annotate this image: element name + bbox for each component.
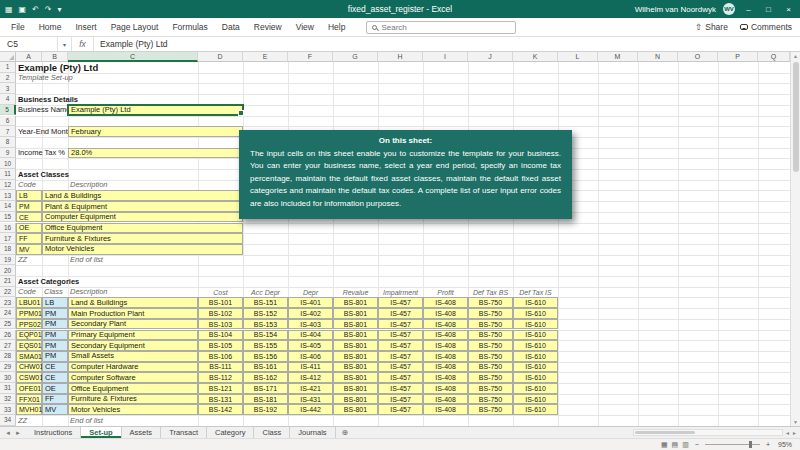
asset-category-cell[interactable]: Main Production Plant [68,308,198,319]
sheet-tab-set-up[interactable]: Set-up [81,427,121,438]
asset-category-cell[interactable]: CSW01 [16,372,42,383]
row-header-11[interactable]: 11 [0,169,16,180]
asset-category-cell[interactable]: LBU01 [16,297,42,308]
column-header-N[interactable]: N [638,52,678,62]
column-header-B[interactable]: B [42,52,68,62]
asset-category-cell[interactable]: PM [42,308,68,319]
asset-category-cell[interactable]: IS-408 [423,319,468,330]
scroll-right-icon[interactable]: ► [792,430,797,436]
column-label[interactable]: Def Tax BS [468,287,513,298]
column-label[interactable]: Code [16,287,42,298]
asset-category-cell[interactable]: BS-801 [333,319,378,330]
asset-category-cell[interactable]: BS-156 [243,351,288,362]
column-header-P[interactable]: P [718,52,758,62]
column-header-A[interactable]: A [16,52,42,62]
asset-category-cell[interactable]: LB [42,297,68,308]
asset-category-cell[interactable]: PPS02 [16,319,42,330]
asset-class-description-cell[interactable]: Motor Vehicles [42,244,243,255]
ribbon-tab-home[interactable]: Home [32,18,69,37]
row-header-18[interactable]: 18 [0,244,16,255]
column-header-L[interactable]: L [558,52,598,62]
asset-category-cell[interactable]: IS-457 [378,362,423,373]
ribbon-tab-view[interactable]: View [289,18,321,37]
asset-category-cell[interactable]: BS-750 [468,404,513,415]
row-header-20[interactable]: 20 [0,265,16,276]
asset-category-cell[interactable]: Primary Equipment [68,330,198,341]
asset-category-cell[interactable]: BS-801 [333,297,378,308]
asset-category-cell[interactable]: PM [42,340,68,351]
asset-category-cell[interactable]: IS-610 [513,330,558,341]
asset-category-cell[interactable]: BS-750 [468,351,513,362]
row-header-31[interactable]: 31 [0,383,16,394]
column-label[interactable]: Cost [198,287,243,298]
asset-category-cell[interactable]: BS-106 [198,351,243,362]
zoom-in-icon[interactable]: + [766,441,770,448]
column-header-J[interactable]: J [468,52,513,62]
asset-category-cell[interactable]: Secondary Plant [68,319,198,330]
asset-category-cell[interactable]: IS-408 [423,308,468,319]
row-header-24[interactable]: 24 [0,308,16,319]
asset-category-cell[interactable]: PM [42,330,68,341]
ribbon-tab-review[interactable]: Review [247,18,289,37]
next-sheet-icon[interactable]: ► [15,430,21,436]
field-input-cell[interactable]: February [68,126,243,137]
row-header-6[interactable]: 6 [0,116,16,127]
row-header-3[interactable]: 3 [0,83,16,94]
column-label[interactable]: Description [68,287,198,298]
row-header-21[interactable]: 21 [0,276,16,287]
asset-category-cell[interactable]: BS-801 [333,351,378,362]
asset-category-cell[interactable]: IS-431 [288,394,333,405]
avatar[interactable]: WV [723,3,735,15]
end-of-list-code[interactable]: ZZ [16,415,42,426]
zoom-level[interactable]: 95% [776,441,792,448]
asset-category-cell[interactable]: OE [42,383,68,394]
share-button[interactable]: ⇧ Share [695,22,728,32]
zoom-slider[interactable] [705,444,760,445]
row-header-4[interactable]: 4 [0,94,16,105]
field-input-cell[interactable]: 28.0% [68,148,243,159]
undo-icon[interactable]: ↶ [32,5,39,14]
asset-class-code-cell[interactable]: PM [16,201,42,212]
asset-class-description-cell[interactable]: Computer Equipment [42,212,243,223]
asset-category-cell[interactable]: IS-412 [288,372,333,383]
field-label[interactable]: Business Name [16,105,68,116]
asset-category-cell[interactable]: BS-192 [243,404,288,415]
asset-category-cell[interactable]: Land & Buildings [68,297,198,308]
asset-category-cell[interactable]: MVH01 [16,404,42,415]
asset-category-cell[interactable]: IS-457 [378,372,423,383]
asset-class-description-cell[interactable]: Office Equipment [42,223,243,234]
asset-category-cell[interactable]: BS-121 [198,383,243,394]
row-header-33[interactable]: 33 [0,404,16,415]
asset-category-cell[interactable]: BS-750 [468,340,513,351]
column-header-O[interactable]: O [678,52,718,62]
row-header-30[interactable]: 30 [0,372,16,383]
excel-app-icon[interactable]: ▦ [5,5,13,14]
asset-category-cell[interactable]: FF [42,394,68,405]
asset-category-cell[interactable]: IS-457 [378,340,423,351]
ribbon-tab-help[interactable]: Help [321,18,352,37]
asset-category-cell[interactable]: IS-610 [513,404,558,415]
maximize-button[interactable]: □ [762,5,775,14]
asset-category-cell[interactable]: BS-153 [243,319,288,330]
redo-icon[interactable]: ↷ [45,5,52,14]
row-header-22[interactable]: 22 [0,287,16,298]
asset-category-cell[interactable]: BS-104 [198,330,243,341]
asset-class-description-cell[interactable]: Land & Buildings [42,190,243,201]
save-icon[interactable]: ▣ [19,5,27,14]
asset-category-cell[interactable]: BS-101 [198,297,243,308]
sheet-tab-instructions[interactable]: Instructions [26,427,81,438]
asset-category-cell[interactable]: CE [42,362,68,373]
formula-input[interactable]: Example (Pty) Ltd [94,39,168,49]
asset-category-cell[interactable]: BS-750 [468,372,513,383]
asset-category-cell[interactable]: BS-154 [243,330,288,341]
asset-category-cell[interactable]: IS-610 [513,319,558,330]
column-header-E[interactable]: E [243,52,288,62]
column-label[interactable]: Description [68,180,198,191]
scroll-left-icon[interactable]: ◄ [785,430,790,436]
fx-icon[interactable]: fx [72,37,94,51]
row-header-19[interactable]: 19 [0,255,16,266]
zoom-slider-thumb[interactable] [749,441,752,448]
column-header-D[interactable]: D [198,52,243,62]
sheet-title-cell[interactable]: Example (Pty) Ltd [16,62,243,73]
ribbon-tab-page-layout[interactable]: Page Layout [104,18,166,37]
